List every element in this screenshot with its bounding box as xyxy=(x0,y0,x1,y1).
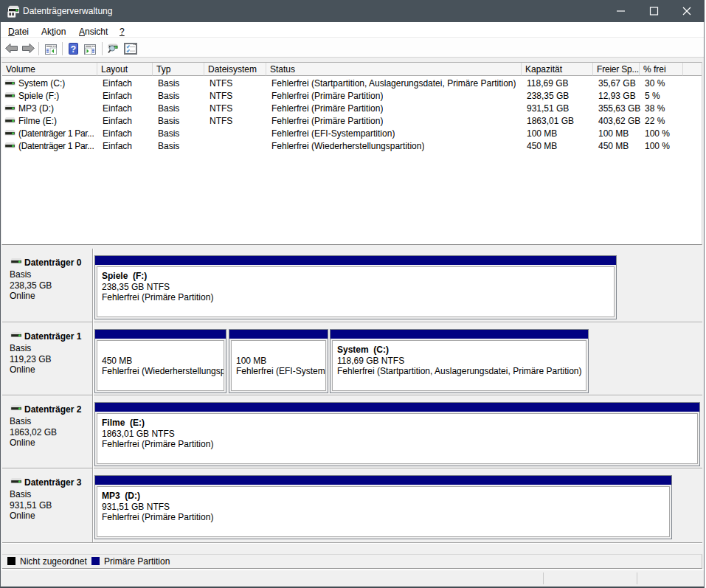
svg-text:?: ? xyxy=(71,44,76,55)
